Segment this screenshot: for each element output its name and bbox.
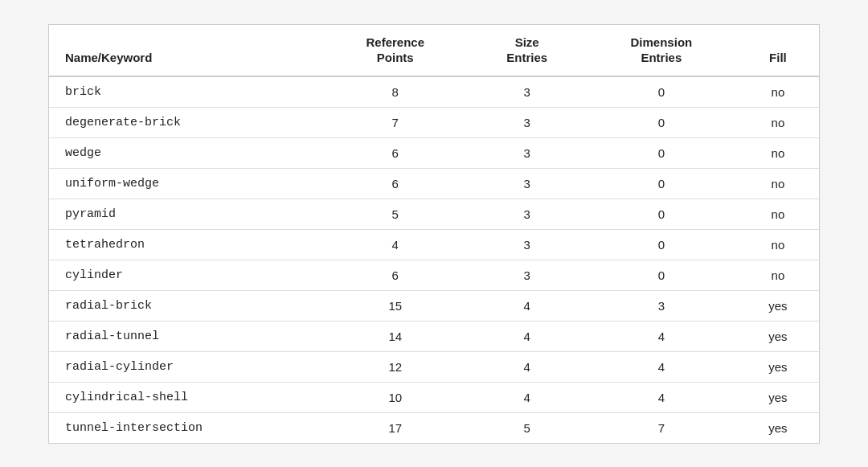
cell-name: radial-tunnel: [49, 321, 322, 351]
table-row: cylinder630no: [49, 260, 819, 290]
table-row: radial-brick1543yes: [49, 290, 819, 321]
col-header-size-entries: SizeEntries: [468, 25, 585, 76]
cell-size-entries: 3: [468, 76, 585, 108]
col-header-dimension-entries: DimensionEntries: [586, 25, 737, 76]
cell-reference-points: 10: [322, 382, 468, 412]
cell-dimension-entries: 0: [586, 199, 737, 229]
cell-size-entries: 4: [468, 321, 585, 351]
cell-fill: no: [737, 168, 819, 199]
table-row: uniform-wedge630no: [49, 168, 819, 199]
cell-reference-points: 6: [322, 168, 468, 199]
cell-name: radial-cylinder: [49, 351, 322, 382]
cell-reference-points: 17: [322, 412, 468, 443]
table-row: radial-tunnel1444yes: [49, 321, 819, 351]
data-table: Name/Keyword ReferencePoints SizeEntries…: [49, 25, 819, 443]
main-table-container: Name/Keyword ReferencePoints SizeEntries…: [48, 24, 820, 444]
cell-size-entries: 4: [468, 351, 585, 382]
cell-fill: no: [737, 76, 819, 108]
table-row: degenerate-brick730no: [49, 107, 819, 137]
cell-fill: no: [737, 229, 819, 260]
cell-reference-points: 8: [322, 76, 468, 108]
cell-name: cylindrical-shell: [49, 382, 322, 412]
cell-reference-points: 5: [322, 199, 468, 229]
cell-reference-points: 12: [322, 351, 468, 382]
table-row: tunnel-intersection1757yes: [49, 412, 819, 443]
cell-size-entries: 3: [468, 168, 585, 199]
cell-dimension-entries: 0: [586, 229, 737, 260]
cell-fill: yes: [737, 382, 819, 412]
cell-dimension-entries: 7: [586, 412, 737, 443]
cell-size-entries: 3: [468, 229, 585, 260]
cell-size-entries: 3: [468, 137, 585, 168]
cell-dimension-entries: 4: [586, 382, 737, 412]
cell-name: brick: [49, 76, 322, 108]
cell-size-entries: 3: [468, 199, 585, 229]
cell-reference-points: 14: [322, 321, 468, 351]
cell-name: tetrahedron: [49, 229, 322, 260]
cell-dimension-entries: 4: [586, 321, 737, 351]
cell-dimension-entries: 0: [586, 107, 737, 137]
cell-fill: yes: [737, 351, 819, 382]
table-row: radial-cylinder1244yes: [49, 351, 819, 382]
cell-name: cylinder: [49, 260, 322, 290]
cell-reference-points: 7: [322, 107, 468, 137]
cell-name: tunnel-intersection: [49, 412, 322, 443]
cell-size-entries: 3: [468, 260, 585, 290]
col-header-reference-points: ReferencePoints: [322, 25, 468, 76]
cell-fill: yes: [737, 412, 819, 443]
table-row: pyramid530no: [49, 199, 819, 229]
cell-size-entries: 5: [468, 412, 585, 443]
cell-fill: no: [737, 107, 819, 137]
table-row: wedge630no: [49, 137, 819, 168]
table-header-row: Name/Keyword ReferencePoints SizeEntries…: [49, 25, 819, 76]
col-header-fill: Fill: [737, 25, 819, 76]
cell-reference-points: 6: [322, 260, 468, 290]
cell-dimension-entries: 0: [586, 76, 737, 108]
cell-fill: no: [737, 260, 819, 290]
cell-reference-points: 6: [322, 137, 468, 168]
cell-size-entries: 4: [468, 290, 585, 321]
cell-size-entries: 3: [468, 107, 585, 137]
cell-name: pyramid: [49, 199, 322, 229]
cell-fill: no: [737, 199, 819, 229]
cell-dimension-entries: 0: [586, 168, 737, 199]
cell-name: radial-brick: [49, 290, 322, 321]
cell-dimension-entries: 3: [586, 290, 737, 321]
cell-reference-points: 15: [322, 290, 468, 321]
cell-size-entries: 4: [468, 382, 585, 412]
cell-name: uniform-wedge: [49, 168, 322, 199]
cell-fill: no: [737, 137, 819, 168]
cell-name: degenerate-brick: [49, 107, 322, 137]
cell-fill: yes: [737, 321, 819, 351]
cell-dimension-entries: 4: [586, 351, 737, 382]
cell-dimension-entries: 0: [586, 260, 737, 290]
cell-dimension-entries: 0: [586, 137, 737, 168]
table-row: tetrahedron430no: [49, 229, 819, 260]
cell-reference-points: 4: [322, 229, 468, 260]
col-header-name: Name/Keyword: [49, 25, 322, 76]
cell-name: wedge: [49, 137, 322, 168]
table-row: cylindrical-shell1044yes: [49, 382, 819, 412]
table-row: brick830no: [49, 76, 819, 108]
cell-fill: yes: [737, 290, 819, 321]
